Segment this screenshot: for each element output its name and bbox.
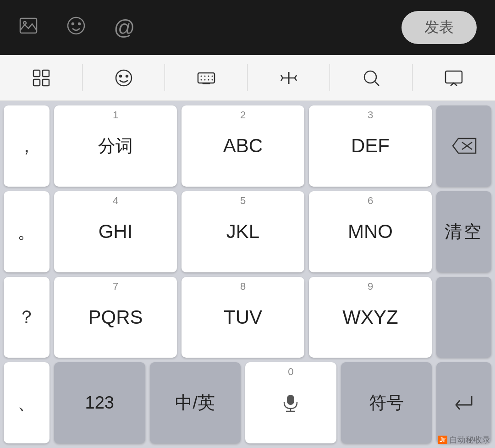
enter-key[interactable] [436, 362, 491, 443]
emoji-icon [114, 68, 133, 88]
svg-rect-6 [43, 70, 49, 77]
key-3-def[interactable]: 3 DEF [309, 105, 432, 187]
kb-toolbar-cursor[interactable] [248, 55, 330, 100]
publish-button[interactable]: 发表 [402, 11, 477, 44]
svg-point-11 [126, 75, 128, 77]
kb-toolbar [0, 55, 495, 101]
enter-icon [451, 392, 476, 414]
search-icon [362, 68, 381, 88]
key-zhong[interactable]: 中/英 [150, 362, 241, 443]
key-2-abc[interactable]: 2 ABC [182, 105, 304, 187]
svg-rect-7 [33, 79, 40, 86]
mic-svg [283, 394, 298, 412]
key-5-jkl[interactable]: 5 JKL [182, 191, 304, 272]
punct-key-pause[interactable]: 、 [4, 362, 50, 443]
key-7-pqrs[interactable]: 7 PQRS [54, 277, 177, 358]
svg-rect-8 [43, 79, 49, 86]
keyboard: ， 。 ？ 、 1 分词 2 ABC 3 DEF 4 GHI 5 JKL 6 M… [0, 101, 495, 448]
kb-toolbar-keyboard[interactable] [165, 55, 248, 100]
kb-toolbar-emoji[interactable] [82, 55, 165, 100]
at-icon[interactable]: @ [114, 15, 135, 40]
watermark: Jr 自动秘收录 [438, 434, 490, 445]
backspace-key[interactable] [436, 105, 491, 187]
kb-toolbar-search[interactable] [330, 55, 412, 100]
key-123[interactable]: 123 [54, 362, 145, 443]
key-6-mno[interactable]: 6 MNO [309, 191, 432, 272]
punct-key-comma[interactable]: ， [4, 105, 50, 187]
empty-action-key [436, 277, 491, 358]
svg-rect-0 [20, 18, 37, 33]
svg-rect-5 [33, 70, 40, 77]
svg-point-4 [78, 23, 80, 25]
key-symbol[interactable]: 符号 [341, 362, 432, 443]
svg-rect-29 [287, 395, 294, 405]
key-1-fenci[interactable]: 1 分词 [54, 105, 177, 187]
cursor-icon [279, 68, 298, 88]
punct-key-question[interactable]: ？ [4, 277, 50, 358]
svg-point-3 [72, 23, 74, 25]
toolbar-left: @ [18, 15, 374, 40]
image-icon[interactable] [18, 16, 38, 40]
svg-rect-26 [446, 71, 462, 83]
watermark-logo: Jr [438, 436, 447, 444]
face-icon[interactable] [66, 16, 86, 40]
key-9-wxyz[interactable]: 9 WXYZ [309, 277, 432, 358]
svg-point-9 [116, 70, 132, 86]
kb-toolbar-hide[interactable] [412, 55, 495, 100]
punct-key-period[interactable]: 。 [4, 191, 50, 272]
svg-line-25 [374, 81, 379, 86]
hide-keyboard-icon [444, 68, 463, 88]
svg-point-2 [68, 17, 84, 34]
keyboard-icon [197, 68, 216, 88]
key-8-tuv[interactable]: 8 TUV [182, 277, 304, 358]
clear-key[interactable]: 清空 [436, 191, 491, 272]
action-column: 清空 [436, 105, 491, 443]
bottom-row: 123中/英 0 符号 [54, 362, 432, 443]
punctuation-column: ， 。 ？ 、 [4, 105, 50, 443]
watermark-text: 自动秘收录 [449, 434, 490, 445]
backspace-icon [449, 136, 478, 156]
key-4-ghi[interactable]: 4 GHI [54, 191, 177, 272]
keyboard-wrapper: ， 。 ？ 、 1 分词 2 ABC 3 DEF 4 GHI 5 JKL 6 M… [0, 101, 495, 448]
top-toolbar: @ 发表 [0, 0, 495, 55]
svg-point-10 [120, 75, 121, 77]
key-mic-0[interactable]: 0 [245, 362, 336, 443]
svg-point-1 [23, 22, 26, 24]
grid-icon [32, 68, 51, 88]
kb-toolbar-grid[interactable] [0, 55, 82, 100]
svg-rect-12 [198, 73, 214, 83]
